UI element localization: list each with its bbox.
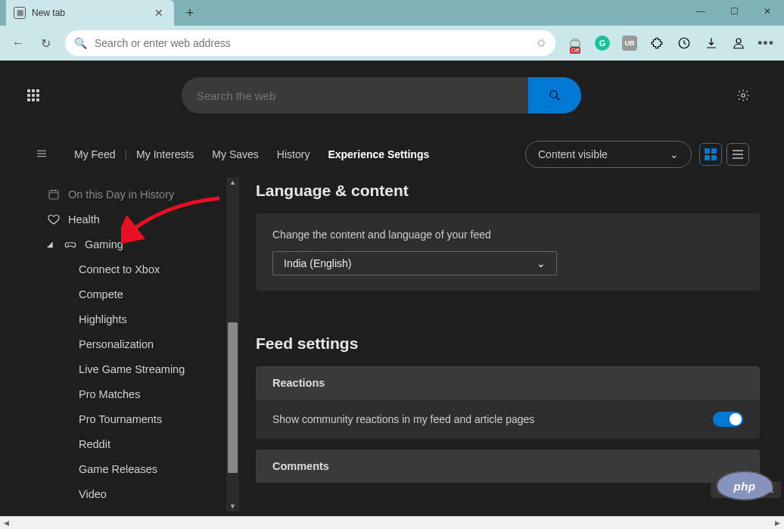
chevron-down-icon: ⌄ — [537, 257, 546, 269]
sidebar-item-label: Highlights — [79, 313, 127, 325]
sidebar-item-highlights[interactable]: Highlights — [0, 306, 239, 331]
language-value: India (English) — [284, 257, 352, 269]
menu-icon[interactable] — [35, 147, 48, 163]
scroll-left-icon[interactable]: ◀ — [0, 517, 13, 530]
browser-toolbar: ← ↻ 🔍 ✩ Off G UB ••• — [0, 26, 784, 61]
nav-my-saves[interactable]: My Saves — [203, 148, 267, 160]
scroll-down-icon[interactable]: ▼ — [226, 501, 239, 512]
reactions-toggle[interactable] — [713, 412, 743, 427]
grammarly-icon[interactable]: G — [590, 31, 614, 55]
address-bar[interactable]: 🔍 ✩ — [65, 30, 555, 56]
sidebar-item-compete[interactable]: Compete — [0, 282, 239, 306]
sidebar-item-pro-matches[interactable]: Pro Matches — [0, 381, 239, 406]
reactions-header: Reactions — [256, 366, 760, 400]
grid-view-button[interactable] — [699, 143, 722, 166]
titlebar: New tab ✕ + — ☐ ✕ — [0, 0, 784, 26]
nav-my-interests[interactable]: My Interests — [127, 148, 203, 160]
sidebar-item-gaming[interactable]: ◢Gaming — [0, 232, 239, 257]
web-search-button[interactable] — [528, 77, 581, 114]
sidebar-item-on-this-day-in-history[interactable]: On this Day in History — [0, 182, 239, 207]
sidebar-item-reddit[interactable]: Reddit — [0, 431, 239, 456]
nav-history[interactable]: History — [268, 148, 319, 160]
address-input[interactable] — [95, 37, 537, 49]
tab-favicon-icon — [14, 7, 26, 19]
scroll-right-icon[interactable]: ▶ — [771, 517, 784, 530]
svg-rect-0 — [571, 41, 580, 47]
window-controls: — ☐ ✕ — [684, 0, 784, 23]
page-content: My Feed | My Interests My Saves History … — [0, 61, 784, 516]
svg-point-4 — [742, 94, 745, 98]
svg-point-2 — [736, 39, 741, 43]
list-view-button[interactable] — [726, 143, 749, 166]
caret-down-icon: ◢ — [47, 240, 53, 248]
browser-tab[interactable]: New tab ✕ — [6, 0, 174, 26]
extensions-icon[interactable] — [645, 31, 669, 55]
favorite-icon[interactable]: ✩ — [537, 36, 546, 50]
sidebar-item-personalization[interactable]: Personalization — [0, 331, 239, 356]
new-tab-button[interactable]: + — [179, 2, 201, 24]
reactions-desc: Show community reactions in my feed and … — [272, 413, 534, 425]
sidebar-item-label: Live Game Streaming — [79, 363, 185, 375]
svg-point-3 — [550, 91, 557, 98]
profile-icon[interactable] — [726, 31, 751, 55]
content-visible-dropdown[interactable]: Content visible ⌄ — [525, 141, 692, 168]
off-badge: Off — [570, 47, 581, 54]
php-badge: php — [717, 472, 772, 499]
sidebar-item-label: Compete — [79, 288, 123, 300]
sidebar-item-label: Connect to Xbox — [79, 263, 160, 275]
feed-settings-title: Feed settings — [256, 334, 760, 353]
language-select[interactable]: India (English) ⌄ — [272, 251, 557, 275]
refresh-button[interactable]: ↻ — [33, 31, 58, 55]
feed-nav-bar: My Feed | My Interests My Saves History … — [0, 114, 784, 177]
sidebar-item-label: Game Releases — [79, 463, 157, 475]
sidebar-item-label: Pro Matches — [79, 388, 140, 400]
close-button[interactable]: ✕ — [751, 0, 784, 23]
tab-title: New tab — [32, 8, 151, 18]
settings-panel: Language & content Change the content an… — [239, 177, 784, 512]
sidebar-item-label: Personalization — [79, 338, 154, 350]
sidebar-scrollbar[interactable]: ▲ ▼ — [226, 177, 239, 512]
view-toggle — [699, 143, 749, 166]
page-top-bar — [0, 61, 784, 114]
downloads-icon[interactable] — [699, 31, 723, 55]
comments-header: Comments — [256, 450, 760, 483]
chevron-down-icon: ⌄ — [670, 148, 679, 160]
scroll-thumb[interactable] — [228, 322, 238, 473]
sidebar-item-game-releases[interactable]: Game Releases — [0, 456, 239, 481]
sidebar-item-pro-tournaments[interactable]: Pro Tournaments — [0, 406, 239, 431]
settings-gear-button[interactable] — [731, 83, 755, 107]
language-card: Change the content and language of your … — [256, 213, 760, 291]
sidebar-item-live-game-streaming[interactable]: Live Game Streaming — [0, 356, 239, 381]
search-icon: 🔍 — [74, 37, 87, 49]
history-icon[interactable] — [672, 31, 696, 55]
more-menu-button[interactable]: ••• — [754, 31, 778, 55]
tab-close-button[interactable]: ✕ — [151, 5, 166, 20]
ublock-icon[interactable]: UB — [618, 31, 642, 55]
sidebar-item-connect-to-xbox[interactable]: Connect to Xbox — [0, 257, 239, 282]
back-button[interactable]: ← — [6, 31, 30, 55]
extension-off-icon[interactable]: Off — [563, 31, 587, 55]
nav-experience-settings[interactable]: Experience Settings — [319, 148, 438, 160]
sidebar-item-label: Gaming — [85, 238, 123, 250]
language-desc: Change the content and language of your … — [272, 229, 743, 241]
horizontal-scrollbar[interactable]: ◀ ▶ — [0, 516, 784, 529]
minimize-button[interactable]: — — [684, 0, 717, 23]
reactions-row: Show community reactions in my feed and … — [256, 400, 760, 439]
content-visible-label: Content visible — [538, 148, 608, 160]
sidebar-item-label: On this Day in History — [68, 188, 174, 201]
sidebar-item-health[interactable]: Health — [0, 207, 239, 232]
main-content: On this Day in HistoryHealth◢GamingConne… — [0, 177, 784, 512]
apps-grid-button[interactable] — [21, 83, 45, 107]
web-search-bar[interactable] — [182, 77, 581, 114]
sidebar-item-label: Video — [79, 488, 107, 500]
nav-my-feed[interactable]: My Feed — [65, 148, 124, 160]
scroll-up-icon[interactable]: ▲ — [226, 177, 239, 188]
sidebar-item-label: Pro Tournaments — [79, 413, 162, 425]
maximize-button[interactable]: ☐ — [717, 0, 751, 23]
sidebar-item-label: Health — [68, 213, 100, 226]
language-content-title: Language & content — [256, 182, 760, 200]
svg-rect-5 — [49, 190, 58, 198]
sidebar-item-video[interactable]: Video — [0, 481, 239, 506]
web-search-input[interactable] — [182, 89, 528, 102]
sidebar: On this Day in HistoryHealth◢GamingConne… — [0, 177, 239, 512]
